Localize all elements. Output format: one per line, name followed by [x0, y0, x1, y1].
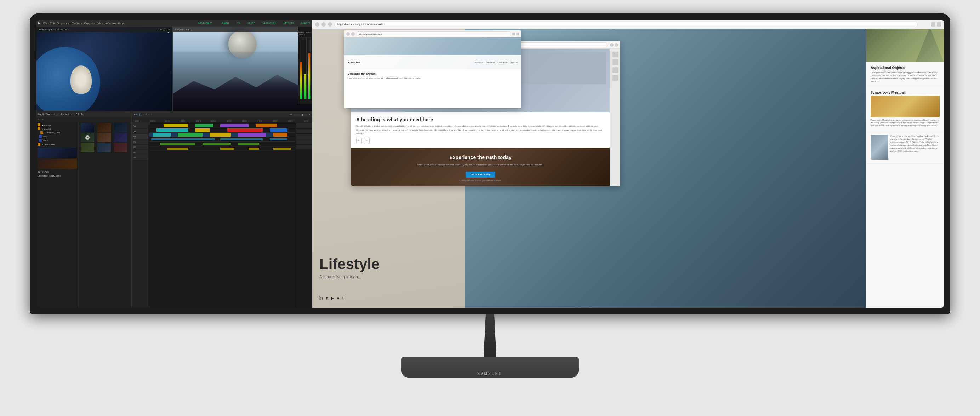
social-circle[interactable]: ● [337, 296, 339, 301]
next-arrow-btn[interactable]: > [364, 138, 370, 143]
clip-a2-3[interactable] [238, 143, 259, 145]
tree-item[interactable]: Cinderella_1992 [40, 131, 77, 135]
clip-a3-1[interactable] [167, 148, 188, 150]
social-tumblr[interactable]: t [342, 296, 344, 301]
clip-a2-1[interactable] [160, 143, 196, 145]
browser-action-btn[interactable] [937, 22, 941, 27]
media-tree: ▶ media1 ▶ media2 Cinderella_1992 [36, 122, 79, 308]
tree-item-label: seq2 [43, 140, 48, 141]
media-thumb[interactable] [81, 133, 94, 142]
monitor-neck [479, 314, 501, 357]
zoom-in-btn[interactable]: + [309, 113, 310, 116]
cta-get-started-button[interactable]: Get Started Today [466, 171, 495, 178]
clip-a3-2[interactable] [220, 148, 234, 150]
clip-a1-3[interactable] [270, 138, 288, 140]
media-thumb[interactable] [97, 123, 111, 132]
clip-v1-5[interactable] [273, 133, 288, 137]
clip-v3-1[interactable] [164, 124, 188, 127]
clip-v1-3[interactable] [210, 133, 231, 137]
program-monitor[interactable]: Program: Seq 1 02:07:37:02 Audio 1 Audio… [172, 26, 312, 111]
social-linkedin[interactable]: in [319, 296, 323, 301]
zoom-slider[interactable] [293, 114, 307, 116]
browser-refresh-btn[interactable] [328, 22, 332, 27]
browser-forward-btn[interactable] [321, 22, 326, 27]
media-thumb[interactable] [114, 133, 127, 142]
menu-view[interactable]: View [98, 22, 104, 25]
tree-item[interactable]: ▶ media2 [38, 127, 77, 130]
tree-item[interactable]: ▶ Transfusion [38, 143, 77, 146]
blog-magazine-panel: Aspirational Objects Lorem ipsum in urba… [866, 20, 944, 308]
clip-v2-2[interactable] [196, 129, 210, 132]
media-thumb[interactable] [97, 143, 111, 152]
blog-post-3-text: Created for a side ambition held at the … [891, 135, 940, 152]
tree-item[interactable]: seq2 [39, 139, 77, 142]
inner-fwd-btn[interactable] [351, 32, 355, 36]
clip-v2-1[interactable] [156, 129, 188, 132]
program-bar: Program: Seq 1 02:07:37:02 [173, 27, 312, 32]
monitor-wrapper: ▶ File Edit Sequence Markers Graphics Vi… [30, 13, 950, 403]
inner-browser-bar-samsung: http://www.samsung.com [344, 30, 521, 38]
media-browser-panel[interactable]: Media Browser Information Effects ≡ ⊞ [36, 111, 132, 308]
clip-a1-1[interactable] [151, 138, 215, 140]
inner-url-samsung: http://www.samsung.com [359, 33, 382, 35]
sidebar-tool-3[interactable] [612, 67, 618, 73]
browser-panel: http://about.samsung.co.kr/about/main.do… [312, 20, 944, 308]
blog-post-1: Aspirational Objects Lorem ipsum in urba… [866, 62, 944, 87]
timeline-clips-area[interactable] [150, 122, 294, 308]
menu-window[interactable]: Window [106, 22, 116, 25]
sidebar-tool-2[interactable] [612, 59, 618, 65]
menu-help[interactable]: Help [118, 22, 124, 25]
source-controls[interactable]: ◀◀ ◀ ▶ ▶▶ [37, 111, 172, 111]
tree-item[interactable]: seq1 [39, 135, 77, 138]
browser-action-btn[interactable] [931, 22, 935, 27]
source-monitor[interactable]: Source: spaceshot_02.mov 01:05:55:11 ◀◀ … [36, 26, 172, 111]
clip-v3-3[interactable] [220, 124, 248, 127]
media-thumb[interactable] [81, 123, 94, 132]
clip-v1-4[interactable] [238, 133, 266, 137]
clip-v2-3[interactable] [227, 129, 263, 132]
track-v2 [150, 128, 294, 133]
clip-v3-2[interactable] [196, 124, 213, 127]
samsung-body: Samsung Innovation Lorem ipsum dolor sit… [344, 69, 521, 83]
social-youtube[interactable]: ▶ [331, 296, 334, 301]
social-heart[interactable]: ♥ [325, 296, 328, 301]
meter-2-fill [304, 74, 306, 99]
media-thumb[interactable] [81, 143, 94, 152]
zoom-out-btn[interactable]: − [290, 113, 292, 116]
clip-a3-4[interactable] [273, 148, 291, 150]
menu-sequence[interactable]: Sequence [57, 22, 70, 25]
menu-edit[interactable]: Edit [50, 22, 55, 25]
media-thumb[interactable] [114, 143, 127, 152]
media-thumb[interactable] [97, 133, 111, 142]
timeline-header: Seq 1 ≡ ⊕ ✂ ↕ − + [132, 111, 312, 117]
program-controls[interactable]: ◀◀ ◀ ▶ ▶▶ Lift Extract [173, 111, 312, 111]
blog-post-1-title: Aspirational Objects [870, 66, 940, 70]
menu-graphics[interactable]: Graphics [84, 22, 95, 25]
browser-address-bar[interactable]: http://about.samsung.co.kr/about/main.do [334, 22, 918, 27]
tree-item-label: ▶ media2 [42, 128, 51, 130]
sidebar-tool-4[interactable] [612, 75, 618, 81]
clip-a2-2[interactable] [202, 143, 231, 145]
clip-a1-2[interactable] [220, 138, 263, 140]
inner-address-samsung[interactable]: http://www.samsung.com [356, 32, 511, 37]
monitor-base: SAMSUNG [401, 357, 579, 378]
sequence-label: Seq 1 [134, 113, 140, 116]
tree-item[interactable]: ▶ media1 [38, 123, 77, 127]
track-ctrl [296, 124, 312, 128]
browser-back-btn[interactable] [315, 22, 319, 27]
menu-file[interactable]: File [43, 22, 48, 25]
sidebar-tool-1[interactable] [612, 52, 618, 57]
track-area: V3 V2 V1 A1 A2 A3 A4 [132, 122, 312, 308]
clip-v2-4[interactable] [270, 129, 288, 132]
clip-v1-2[interactable] [178, 133, 202, 137]
prev-arrow-btn[interactable]: < [356, 138, 362, 143]
inner-back-btn[interactable] [346, 32, 350, 36]
play-button-icon[interactable] [85, 135, 89, 140]
clip-a3-3[interactable] [248, 148, 259, 150]
clip-v3-4[interactable] [256, 124, 277, 127]
menu-markers[interactable]: Markers [72, 22, 82, 25]
inner-browser-samsung[interactable]: http://www.samsung.com SAMSUNG [344, 30, 521, 108]
clip-v1-1[interactable] [153, 133, 171, 137]
dark-section-title: Experience the rush today [356, 155, 605, 160]
media-thumb[interactable] [114, 123, 127, 132]
